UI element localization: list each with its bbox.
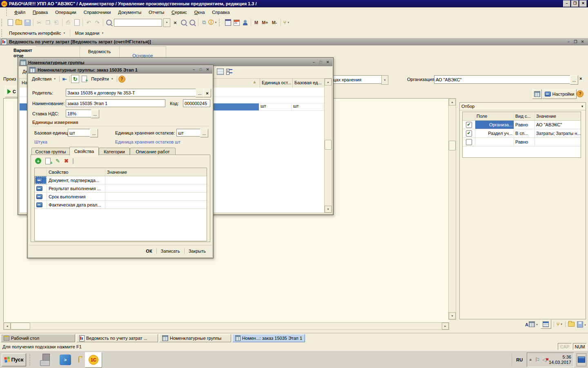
filter-row[interactable]: ✔ Равно — [463, 138, 581, 146]
tray-expand-icon[interactable]: « — [528, 358, 533, 361]
hierarchy-view-icon[interactable]: ✔ — [226, 68, 232, 74]
copy-icon[interactable]: ❐ — [44, 19, 51, 26]
taskbar-1c-button[interactable]: 1C — [85, 352, 102, 368]
paste-icon[interactable]: ⎗ — [53, 19, 60, 26]
toolbar-grip-2[interactable] — [219, 19, 222, 26]
list-col-base[interactable]: Базовая ед... — [293, 79, 325, 88]
close-button[interactable]: ✕ — [579, 0, 587, 7]
show-desktop-button[interactable] — [577, 353, 586, 366]
filter-row[interactable]: ✔ Организа... Равно АО "АВЭКС" — [463, 121, 581, 129]
menu-file[interactable]: Файл — [11, 9, 29, 16]
list-minimize-button[interactable]: – — [311, 60, 317, 65]
menu-service[interactable]: Сервис — [168, 9, 190, 16]
add-icon[interactable]: + — [35, 158, 41, 164]
storage-unit-combo[interactable]: цах хранения — [332, 75, 385, 84]
search-input[interactable] — [114, 19, 162, 27]
new-document-icon[interactable] — [7, 19, 14, 26]
reread-icon[interactable]: ⇤ — [61, 75, 68, 83]
user-icon[interactable] — [241, 19, 249, 26]
name-field[interactable]: заказ 15035 Этап 1 — [66, 99, 165, 107]
parent-select-button[interactable]: ... — [196, 89, 204, 97]
dialog-goto-button[interactable]: Перейти — [89, 76, 116, 82]
property-row[interactable]: Результат выполнения ... — [35, 184, 207, 193]
ok-button[interactable]: ОК — [143, 248, 154, 254]
write-button[interactable]: Записать — [158, 248, 183, 254]
dialog-maximize-button[interactable]: □ — [198, 67, 204, 72]
tab-list[interactable]: Номенклатурные группы — [159, 334, 231, 342]
list-maximize-button[interactable]: □ — [318, 60, 324, 65]
calculator-icon[interactable] — [224, 19, 232, 26]
scroll-down-icon[interactable]: ▼ — [325, 206, 332, 213]
organization-select-button[interactable]: ... — [570, 75, 578, 85]
cut-icon[interactable]: ✂ — [36, 19, 43, 26]
parent-field[interactable]: Заказ 15035 к договору № 353-Т — [66, 89, 196, 96]
delete-icon[interactable]: ✖ — [64, 158, 69, 164]
menu-documents[interactable]: Документы — [115, 9, 145, 16]
edit-pencil-icon[interactable]: ✎ — [56, 158, 60, 164]
refresh-icon[interactable]: ↻ — [71, 75, 79, 83]
scroll-right-icon[interactable]: ► — [442, 323, 449, 330]
settings-button[interactable]: Настройки — [542, 89, 577, 99]
tab-desktop[interactable]: Рабочий стол — [1, 334, 75, 342]
computer-tools-icon[interactable] — [40, 354, 52, 366]
windows-list-icon[interactable]: ⧉ — [200, 19, 208, 26]
restore-button[interactable]: ❐ — [571, 0, 579, 7]
list-vscrollbar[interactable]: ▲ ▼ — [324, 78, 332, 213]
clear-search-icon[interactable]: × — [172, 19, 179, 26]
report-help-icon[interactable]: ? — [577, 90, 584, 97]
scroll-left-icon[interactable]: ◄ — [4, 323, 11, 330]
report-vscrollbar[interactable]: ▲ ▼ — [448, 98, 456, 320]
toolbar2-grip[interactable] — [1, 29, 4, 37]
calendar-icon[interactable] — [233, 19, 240, 26]
powershell-icon[interactable]: > — [60, 355, 71, 365]
checkbox-checked-icon[interactable]: ✔ — [466, 130, 472, 137]
save-icon[interactable] — [24, 19, 31, 26]
copy-add-icon[interactable]: + — [80, 75, 88, 83]
dialog-close-button[interactable]: ✕ — [205, 67, 211, 72]
code-field[interactable]: 000000245 — [183, 99, 210, 107]
hscroll-thumb[interactable] — [11, 323, 30, 330]
property-row[interactable]: Срок выполнения — [35, 193, 207, 201]
minimize-button[interactable]: – — [563, 0, 570, 7]
list-view-icon[interactable] — [217, 68, 224, 75]
print-icon[interactable]: ⎙ — [65, 19, 72, 26]
info-icon[interactable]: ⓘ — [209, 19, 216, 26]
list-settings-icon[interactable] — [73, 159, 74, 164]
storage-unit-field[interactable]: шт — [176, 129, 201, 137]
dialog-help-icon[interactable]: ? — [118, 76, 125, 83]
tab-report[interactable]: Ведомость по учету затрат ... — [76, 334, 158, 342]
close-button-footer[interactable]: Закрыть — [186, 248, 208, 254]
open-icon[interactable] — [15, 19, 22, 26]
base-unit-link[interactable]: Штука — [34, 139, 47, 144]
tab-item-dialog[interactable]: Номен...: заказ 15035 Этап 1 — [232, 334, 305, 342]
settings-wrench-icon[interactable]: ⑂ — [557, 321, 563, 327]
base-unit-select-button[interactable]: ... — [90, 129, 98, 137]
tools-wrench-icon[interactable]: ⑂ — [283, 19, 290, 26]
property-row[interactable]: Документ, подтвержда... — [35, 176, 207, 184]
scroll-up-icon[interactable]: ▲ — [449, 99, 456, 105]
dialog-actions-button[interactable]: Действия — [30, 76, 58, 82]
my-tasks-button[interactable]: Мои задачи — [72, 30, 106, 36]
vat-select-button[interactable]: ... — [91, 110, 99, 118]
vscroll-thumb[interactable] — [449, 141, 456, 150]
volume-muted-icon[interactable]: ◁✖ — [542, 357, 546, 363]
storage-combo-dropdown[interactable]: ▼ — [381, 75, 388, 85]
folder-shortcut-icon[interactable] — [78, 357, 79, 362]
search-icon[interactable] — [105, 19, 113, 26]
base-unit-field[interactable]: шт — [68, 129, 91, 137]
dialog-minimize-button[interactable]: – — [191, 67, 197, 72]
m-button[interactable]: М — [253, 20, 259, 25]
save-settings-icon[interactable] — [577, 321, 586, 328]
load-settings-icon[interactable] — [568, 322, 575, 327]
report-restore-button[interactable]: ❐ — [572, 39, 579, 45]
find-previous-icon[interactable] — [180, 19, 187, 26]
flag-icon[interactable]: ⚐ — [535, 357, 540, 363]
organization-field[interactable]: АО "АВЭКС" — [434, 75, 572, 84]
menu-reports[interactable]: Отчеты — [145, 9, 167, 16]
language-indicator[interactable]: RU — [514, 357, 524, 362]
undo-icon[interactable]: ↶ — [85, 19, 92, 26]
search-dropdown-button[interactable]: ▼ — [163, 18, 170, 27]
menu-catalogs[interactable]: Справочники — [80, 9, 114, 16]
filter-header[interactable]: Отбор ▼ — [460, 103, 586, 110]
property-row[interactable]: Фактическая дата реал... — [35, 201, 207, 209]
